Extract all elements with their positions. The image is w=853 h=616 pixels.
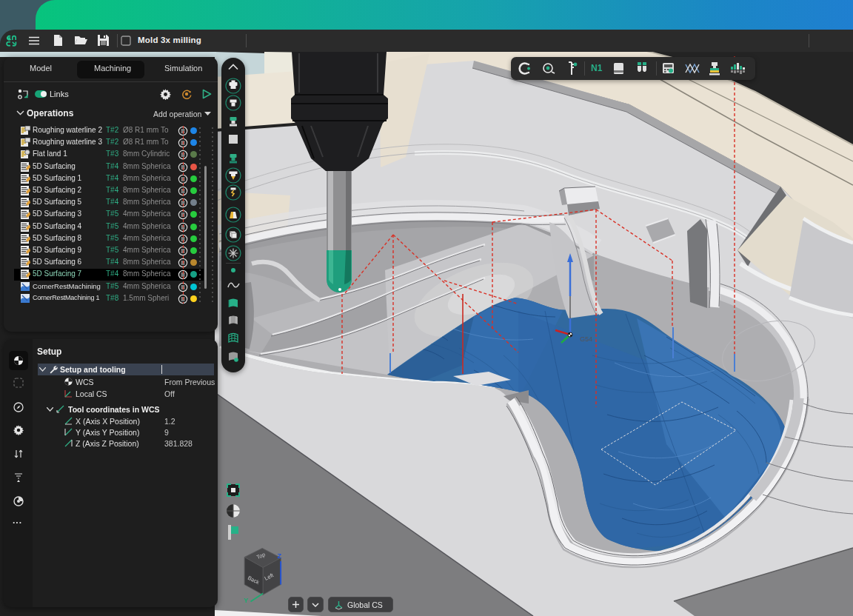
svg-text:G54: G54 (580, 335, 592, 343)
svg-text:Z: Z (278, 552, 282, 560)
svg-text:Y: Y (244, 597, 249, 604)
